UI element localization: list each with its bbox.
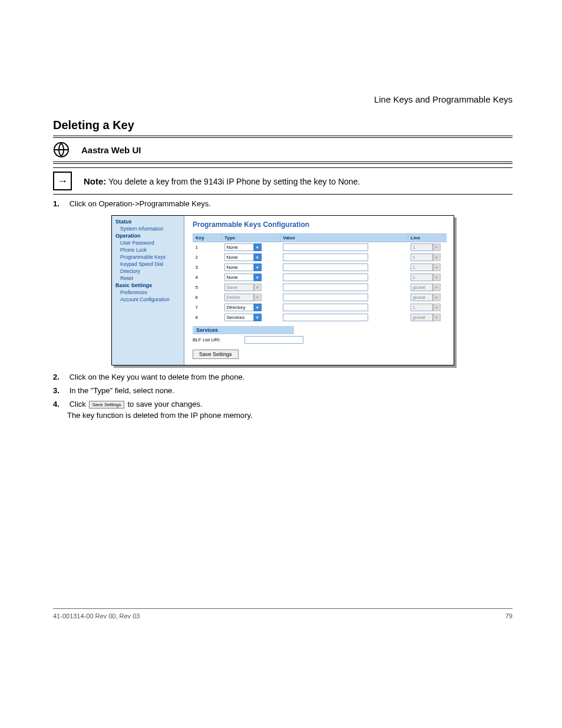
chevron-down-icon: ▾ (254, 284, 262, 291)
cell-value (280, 262, 408, 272)
cell-key: 7 (193, 302, 222, 312)
value-input[interactable] (283, 253, 368, 261)
page-header: Line Keys and Programmable Keys (53, 94, 513, 104)
chevron-down-icon: ▾ (433, 263, 441, 271)
line-select: global (411, 294, 433, 301)
value-input[interactable] (283, 284, 368, 291)
section-heading: Deleting a Key (53, 118, 513, 132)
cell-key: 2 (193, 252, 222, 262)
type-select[interactable]: Directory (224, 304, 254, 311)
chevron-down-icon[interactable]: ▾ (254, 274, 262, 281)
blf-label: BLF List URI: (193, 337, 221, 342)
type-select[interactable]: Services (224, 314, 254, 321)
step-number: 3. (53, 386, 67, 395)
sidebar-item[interactable]: Account Configuration (112, 296, 184, 303)
chevron-down-icon: ▾ (433, 314, 441, 321)
chevron-down-icon[interactable]: ▾ (254, 314, 262, 321)
value-input[interactable] (283, 314, 368, 321)
cell-key: 4 (193, 272, 222, 282)
cell-type: None▾ (222, 272, 280, 282)
type-select[interactable]: None (224, 243, 254, 251)
line-select: 1 (411, 304, 433, 311)
chevron-down-icon[interactable]: ▾ (254, 304, 262, 311)
sidebar-item[interactable]: User Password (112, 239, 184, 246)
chevron-down-icon: ▾ (433, 304, 441, 311)
cell-type: Save▾ (222, 282, 280, 292)
line-select: 1 (411, 263, 433, 271)
sidebar-group: Basic Settings (112, 282, 184, 289)
col-type: Type (222, 234, 280, 242)
step-text-suffix: to save your changes. (127, 400, 202, 409)
cell-line: 1▾ (408, 252, 447, 262)
cell-value (280, 312, 408, 322)
sidebar-item[interactable]: Programmable Keys (112, 253, 184, 261)
table-row: 2None▾1▾ (193, 252, 447, 262)
sidebar-item[interactable]: Phone Lock (112, 246, 184, 253)
cell-line: 1▾ (408, 262, 447, 272)
arrow-right-icon: → (53, 172, 72, 190)
step-extra: The key function is deleted from the IP … (67, 411, 513, 420)
cell-line: global▾ (408, 282, 447, 292)
chevron-down-icon: ▾ (433, 284, 441, 291)
note-text: Note: You delete a key from the 9143i IP… (84, 176, 360, 186)
sidebar-group: Status (112, 218, 184, 225)
value-input[interactable] (283, 243, 368, 251)
cell-key: 3 (193, 262, 222, 272)
value-input[interactable] (283, 263, 368, 271)
table-row: 6Delete▾global▾ (193, 292, 447, 302)
save-settings-button[interactable]: Save Settings (193, 350, 239, 359)
divider (53, 194, 513, 195)
sidebar-item[interactable]: Directory (112, 268, 184, 275)
cell-value (280, 302, 408, 312)
save-settings-icon: Save Settings (89, 401, 124, 409)
keys-table: Key Type Value Line 1None▾1▾2None▾1▾3Non… (193, 233, 447, 322)
divider (53, 136, 513, 138)
value-input[interactable] (283, 294, 368, 301)
type-select: Save (224, 284, 254, 291)
sidebar-item[interactable]: Preferences (112, 289, 184, 296)
web-ui-label: Aastra Web UI (81, 145, 141, 155)
type-select[interactable]: None (224, 263, 254, 271)
sidebar: StatusSystem InformationOperationUser Pa… (112, 216, 184, 365)
step-text: In the "Type" field, select none. (70, 386, 174, 395)
note-label: Note: (84, 176, 106, 186)
table-row: 8Services▾global▾ (193, 312, 447, 322)
chevron-down-icon[interactable]: ▾ (254, 253, 262, 261)
col-key: Key (193, 234, 222, 242)
sidebar-item[interactable]: Reset (112, 275, 184, 282)
table-row: 1None▾1▾ (193, 242, 447, 253)
chevron-down-icon[interactable]: ▾ (254, 263, 262, 271)
step-number: 1. (53, 199, 67, 208)
cell-value (280, 272, 408, 282)
screenshot-panel: StatusSystem InformationOperationUser Pa… (111, 215, 454, 365)
chevron-down-icon: ▾ (433, 243, 441, 251)
globe-icon (53, 141, 70, 158)
table-row: 7Directory▾1▾ (193, 302, 447, 312)
cell-line: 1▾ (408, 302, 447, 312)
cell-type: None▾ (222, 262, 280, 272)
step-text: Click on the Key you want to delete from… (70, 373, 245, 381)
step-number: 4. (53, 400, 67, 409)
cell-value (280, 252, 408, 262)
chevron-down-icon[interactable]: ▾ (254, 243, 262, 251)
blf-input[interactable] (244, 336, 303, 344)
footer-left: 41-001314-00 Rev 00, Rev 03 (53, 612, 140, 620)
sidebar-item[interactable]: System Information (112, 225, 184, 232)
step-number: 2. (53, 373, 67, 381)
type-select[interactable]: None (224, 274, 254, 281)
value-input[interactable] (283, 304, 368, 311)
cell-key: 5 (193, 282, 222, 292)
table-row: 5Save▾global▾ (193, 282, 447, 292)
cell-type: None▾ (222, 252, 280, 262)
cell-line: global▾ (408, 312, 447, 322)
cell-key: 8 (193, 312, 222, 322)
cell-line: 1▾ (408, 272, 447, 282)
sidebar-item[interactable]: Keypad Speed Dial (112, 261, 184, 268)
value-input[interactable] (283, 274, 368, 281)
cell-value (280, 292, 408, 302)
type-select[interactable]: None (224, 253, 254, 261)
cell-key: 6 (193, 292, 222, 302)
services-header: Services (193, 326, 294, 334)
cell-type: Directory▾ (222, 302, 280, 312)
line-select: 1 (411, 253, 433, 261)
